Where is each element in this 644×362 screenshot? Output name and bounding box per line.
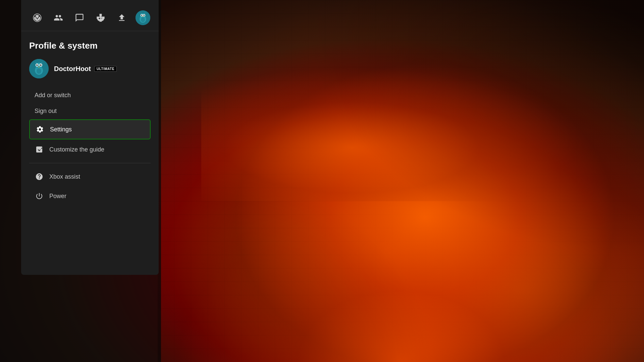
- svg-point-13: [141, 17, 145, 22]
- nav-messages-tab[interactable]: [72, 10, 87, 25]
- svg-point-23: [37, 64, 38, 65]
- help-icon: [35, 172, 44, 181]
- svg-point-11: [144, 15, 144, 15]
- power-label: Power: [49, 193, 66, 200]
- settings-icon: [35, 125, 45, 134]
- sign-out-item[interactable]: Sign out: [29, 104, 151, 119]
- svg-point-1: [102, 18, 102, 18]
- nav-profile-avatar-tab[interactable]: [136, 10, 150, 25]
- svg-point-8: [141, 15, 142, 16]
- add-switch-item[interactable]: Add or switch: [29, 88, 151, 103]
- svg-point-10: [142, 15, 142, 15]
- nav-share-tab[interactable]: [114, 10, 129, 25]
- ultimate-badge: ULTIMATE: [94, 66, 117, 72]
- power-icon: [35, 191, 44, 201]
- svg-point-2: [101, 18, 102, 19]
- svg-point-9: [143, 15, 145, 16]
- customize-label: Customize the guide: [49, 146, 104, 153]
- svg-point-21: [36, 64, 38, 66]
- svg-point-26: [37, 68, 41, 74]
- settings-label: Settings: [50, 126, 72, 133]
- nav-bar: [21, 0, 159, 31]
- nav-xbox-tab[interactable]: [30, 10, 45, 25]
- customize-icon: [35, 145, 44, 154]
- nav-controller-tab[interactable]: [93, 10, 108, 25]
- profile-name: DoctorHoot: [54, 65, 91, 73]
- svg-point-22: [40, 64, 42, 66]
- profile-info: DoctorHoot ULTIMATE: [54, 65, 117, 73]
- menu-divider: [29, 163, 151, 163]
- avatar: [29, 59, 49, 78]
- power-item[interactable]: Power: [29, 187, 151, 205]
- nav-people-tab[interactable]: [51, 10, 66, 25]
- profile-row[interactable]: DoctorHoot ULTIMATE: [29, 59, 151, 78]
- svg-point-24: [41, 64, 41, 65]
- xbox-assist-item[interactable]: Xbox assist: [29, 167, 151, 186]
- panel-content: Profile & system: [21, 31, 159, 275]
- xbox-assist-label: Xbox assist: [49, 173, 80, 180]
- vignette-overlay: [158, 0, 644, 362]
- panel-title: Profile & system: [29, 41, 151, 51]
- profile-system-panel: Profile & system: [21, 0, 159, 275]
- customize-guide-item[interactable]: Customize the guide: [29, 140, 151, 159]
- settings-item[interactable]: Settings: [29, 119, 151, 139]
